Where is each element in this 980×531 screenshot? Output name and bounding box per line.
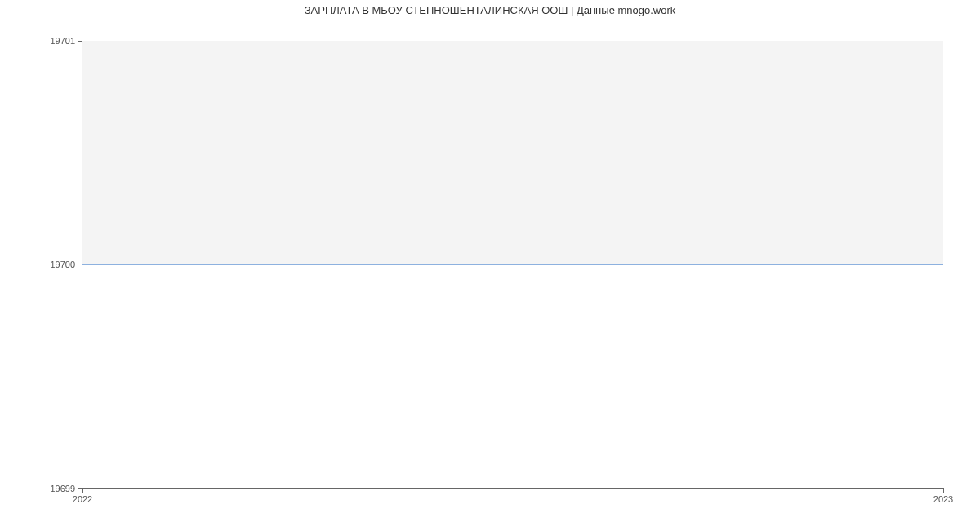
y-axis-label: 19699 bbox=[50, 484, 75, 493]
plot-area: 2022 2023 bbox=[82, 41, 943, 489]
chart-fill-area bbox=[82, 41, 943, 265]
y-tick bbox=[78, 265, 82, 266]
x-tick bbox=[943, 488, 944, 493]
x-tick bbox=[82, 488, 83, 493]
chart-container: 2022 2023 19701 19700 19699 bbox=[82, 41, 943, 489]
chart-title: ЗАРПЛАТА В МБОУ СТЕПНОШЕНТАЛИНСКАЯ ООШ |… bbox=[0, 0, 980, 16]
y-tick bbox=[78, 41, 82, 42]
x-axis-label: 2023 bbox=[933, 494, 953, 504]
y-axis-label: 19700 bbox=[50, 260, 75, 270]
chart-line bbox=[82, 264, 943, 266]
y-axis-label: 19701 bbox=[50, 36, 75, 46]
x-axis-label: 2022 bbox=[73, 494, 92, 504]
